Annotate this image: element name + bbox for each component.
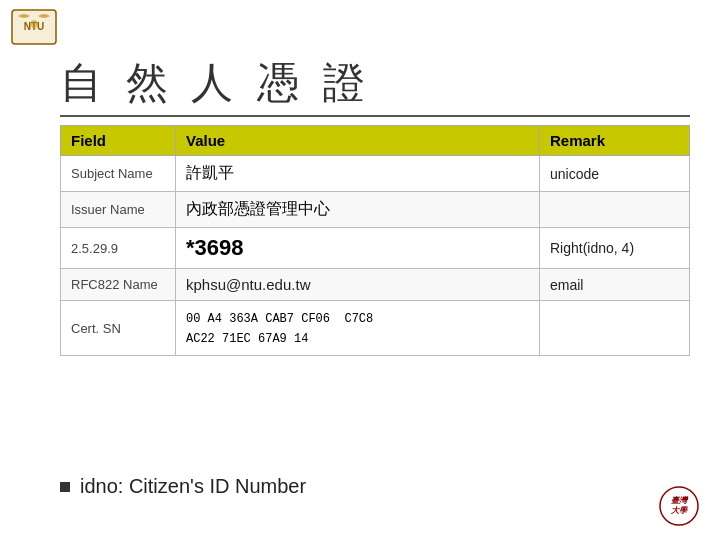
title-divider [60, 115, 690, 117]
field-remark: unicode [540, 156, 690, 192]
field-remark [540, 301, 690, 356]
table-header-row: Field Value Remark [61, 126, 690, 156]
field-remark: Right(idno, 4) [540, 228, 690, 269]
table-row: RFC822 Name kphsu@ntu.edu.tw email [61, 269, 690, 301]
field-label: Issuer Name [61, 192, 176, 228]
table-row: Cert. SN 00 A4 363A CAB7 CF06 C7C8AC22 7… [61, 301, 690, 356]
field-value: kphsu@ntu.edu.tw [176, 269, 540, 301]
field-label: RFC822 Name [61, 269, 176, 301]
table-row: 2.5.29.9 *3698 Right(idno, 4) [61, 228, 690, 269]
certificate-table: Field Value Remark Subject Name 許凱平 unic… [60, 125, 690, 356]
col-header-remark: Remark [540, 126, 690, 156]
bullet-icon [60, 482, 70, 492]
table-row: Subject Name 許凱平 unicode [61, 156, 690, 192]
field-value: 許凱平 [176, 156, 540, 192]
bottom-right-logo: 臺灣 大學 [658, 485, 700, 530]
field-remark: email [540, 269, 690, 301]
oid-value: *3698 [186, 235, 244, 260]
svg-text:臺灣: 臺灣 [671, 495, 689, 505]
note-text: idno: Citizen's ID Number [80, 475, 306, 498]
col-header-value: Value [176, 126, 540, 156]
page-title: 自 然 人 憑 證 [60, 55, 371, 111]
svg-point-3 [30, 20, 38, 28]
field-value: 00 A4 363A CAB7 CF06 C7C8AC22 71EC 67A9 … [176, 301, 540, 356]
field-label: Cert. SN [61, 301, 176, 356]
field-value: *3698 [176, 228, 540, 269]
col-header-field: Field [61, 126, 176, 156]
field-label: 2.5.29.9 [61, 228, 176, 269]
field-label: Subject Name [61, 156, 176, 192]
field-remark [540, 192, 690, 228]
main-table-container: Field Value Remark Subject Name 許凱平 unic… [60, 125, 690, 356]
field-value: 內政部憑證管理中心 [176, 192, 540, 228]
top-logo: NTU [10, 8, 80, 53]
issuer-name-value: 內政部憑證管理中心 [186, 200, 330, 217]
cert-sn-value: 00 A4 363A CAB7 CF06 C7C8AC22 71EC 67A9 … [186, 312, 373, 346]
table-row: Issuer Name 內政部憑證管理中心 [61, 192, 690, 228]
bottom-note: idno: Citizen's ID Number [60, 475, 306, 498]
svg-text:大學: 大學 [670, 506, 688, 515]
subject-name-value: 許凱平 [186, 164, 234, 181]
